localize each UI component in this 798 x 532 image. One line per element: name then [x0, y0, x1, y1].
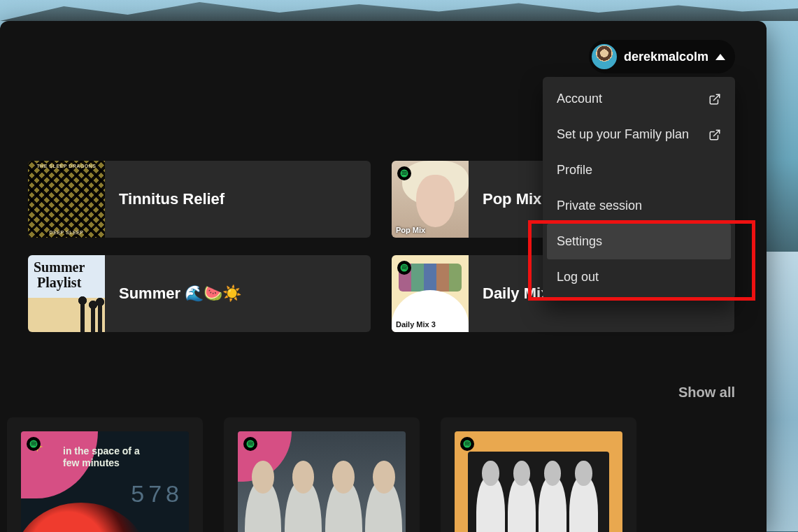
- spotify-icon: [460, 437, 474, 451]
- album-art: [238, 431, 406, 532]
- user-menu-button[interactable]: derekmalcolm: [589, 40, 735, 73]
- wallpaper-sea: [767, 252, 798, 531]
- external-link-icon: [708, 129, 721, 141]
- album-art-number: 578: [131, 480, 183, 508]
- user-name: derekmalcolm: [624, 50, 708, 64]
- quick-card-offscreen: [0, 161, 7, 238]
- quick-card-tinnitus-relief[interactable]: THE SLEEP DRAGONS DEEP SLEEP Tinnitus Re…: [28, 161, 371, 238]
- app-window: THE SLEEP DRAGONS DEEP SLEEP Tinnitus Re…: [0, 21, 767, 532]
- menu-item-label: Log out: [557, 270, 599, 285]
- recommendation-row: ✦ in the space of a few minutes 578: [0, 417, 767, 532]
- album-art: [455, 431, 622, 532]
- quick-card-title: Tinnitus Relief: [105, 190, 371, 208]
- album-art-script: Summer Playlist: [34, 259, 85, 290]
- album-art: THE SLEEP DRAGONS DEEP SLEEP: [28, 161, 105, 238]
- quick-card-offscreen: [0, 255, 7, 332]
- avatar: [592, 44, 617, 69]
- menu-item-label: Settings: [557, 234, 602, 249]
- chevron-up-icon: [715, 54, 725, 60]
- album-art-text-top: THE SLEEP DRAGONS: [28, 164, 105, 168]
- show-all-link[interactable]: Show all: [678, 384, 735, 401]
- external-link-icon: [708, 93, 721, 106]
- user-menu-item-log-out[interactable]: Log out: [547, 259, 731, 295]
- album-art: ✦ in the space of a few minutes 578: [21, 431, 189, 532]
- menu-item-label: Profile: [557, 163, 592, 178]
- user-menu-item-profile[interactable]: Profile: [547, 152, 731, 188]
- menu-item-label: Set up your Family plan: [557, 127, 689, 142]
- album-art-tag: Daily Mix 3: [396, 320, 436, 329]
- menu-item-label: Private session: [557, 199, 642, 213]
- spotify-icon: [397, 261, 411, 275]
- album-art: Daily Mix 3: [392, 255, 469, 332]
- quick-card-title: Summer 🌊🍉☀️: [105, 285, 371, 303]
- quick-card-summer[interactable]: Summer Playlist Summer 🌊🍉☀️: [28, 255, 371, 332]
- spotify-icon: [27, 437, 41, 451]
- user-menu-item-private-session[interactable]: Private session: [547, 188, 731, 224]
- menu-item-label: Account: [557, 92, 602, 106]
- album-art-text-bottom: DEEP SLEEP: [28, 230, 105, 235]
- user-menu-item-account[interactable]: Account: [547, 81, 731, 117]
- user-menu-item-settings[interactable]: Settings: [547, 224, 731, 259]
- user-menu-item-set-up-your-family-plan[interactable]: Set up your Family plan: [547, 117, 731, 152]
- spotify-icon: [397, 166, 411, 180]
- spotify-icon: [243, 437, 257, 451]
- album-art: Summer Playlist: [28, 255, 105, 332]
- recommendation-card[interactable]: [224, 417, 420, 532]
- recommendation-card[interactable]: ✦ in the space of a few minutes 578: [7, 417, 203, 532]
- recommendation-card[interactable]: [441, 417, 636, 532]
- user-menu-dropdown: AccountSet up your Family planProfilePri…: [543, 77, 735, 299]
- album-art-text: in the space of a few minutes: [63, 445, 182, 469]
- album-art: Pop Mix: [392, 161, 469, 238]
- album-art-tag: Pop Mix: [396, 226, 425, 234]
